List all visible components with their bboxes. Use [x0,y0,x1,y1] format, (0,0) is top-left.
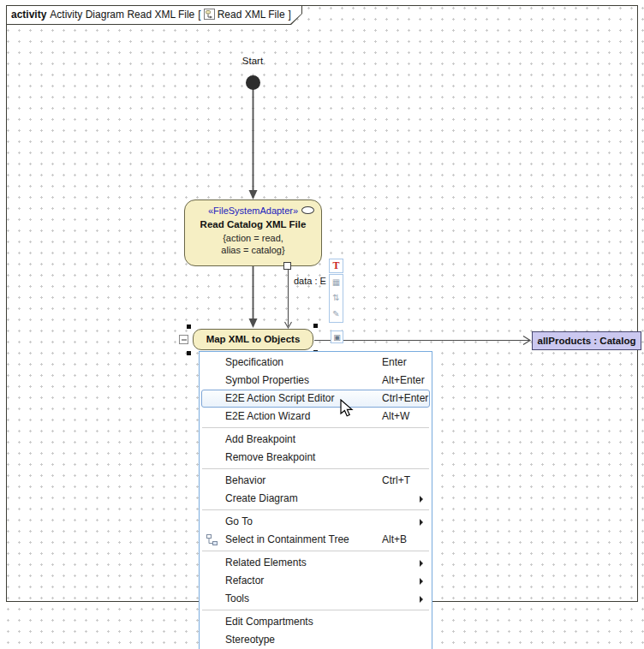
adapter-tag-line2: alias = catalog} [185,244,321,256]
menu-item-label: Specification [225,356,283,368]
adapter-name: Read Catalog XML File [185,217,321,232]
manipulator-edge-icon[interactable]: ▣ [331,330,343,343]
submenu-arrow-icon [420,596,423,603]
pin-label: data : E [294,276,326,286]
frame-bracket-open: [ [198,9,200,21]
menu-item-add-breakpoint[interactable]: Add Breakpoint [200,431,432,449]
object-flow-map-to-allproducts[interactable] [314,336,530,345]
menu-item-shortcut: Ctrl+Enter [382,390,428,408]
menu-item-symbol-properties[interactable]: Symbol Properties Alt+Enter [200,372,432,390]
menu-item-shortcut: Enter [382,354,407,372]
menu-item-label: Tools [225,592,249,604]
menu-item-e2e-action-wizard[interactable]: E2E Action Wizard Alt+W [200,408,432,426]
object-flow-pin[interactable] [285,270,292,328]
submenu-arrow-icon [420,496,423,503]
adapter-oval-icon [301,206,314,214]
adapter-tag-line1: {action = read, [185,232,321,244]
menu-item-shortcut: Ctrl+T [382,472,410,490]
menu-item-specification[interactable]: Specification Enter [200,354,432,372]
manipulator-icon-2[interactable]: ⇅ [332,294,339,302]
menu-item-label: E2E Action Script Editor [225,392,334,404]
menu-item-label: Add Breakpoint [225,433,295,445]
submenu-arrow-icon [420,578,423,585]
menu-item-create-diagram[interactable]: Create Diagram [200,490,432,508]
menu-item-e2e-action-script-editor[interactable]: E2E Action Script Editor Ctrl+Enter [200,390,432,408]
submenu-arrow-icon [420,560,423,567]
menu-item-shortcut: Alt+W [382,408,409,426]
selection-handle-top-left[interactable] [187,324,191,329]
start-node-label: Start [231,56,274,66]
menu-item-edit-compartments[interactable]: Edit Compartments [200,613,432,631]
text-tool-icon[interactable]: T [329,259,343,273]
menu-item-tools[interactable]: Tools [200,590,432,608]
app-canvas[interactable]: { "frame_header": { "keyword": "activity… [0,0,644,649]
output-pin[interactable] [283,262,291,270]
diagram-frame-header[interactable]: activityActivity Diagram Read XML File[R… [6,5,302,25]
activity-diagram-icon [204,8,215,26]
manipulator-icon-1[interactable]: ▦ [332,278,340,287]
menu-item-label: Stereotype [225,634,275,646]
control-flow-start-to-adapter[interactable] [249,89,258,199]
menu-item-label: Select in Containment Tree [225,533,349,545]
menu-item-label: Symbol Properties [225,374,309,386]
menu-item-label: Behavior [225,474,265,486]
control-flow-adapter-to-map[interactable] [249,266,258,328]
frame-header-text: activityActivity Diagram Read XML File[R… [11,6,291,24]
menu-item-label: Remove Breakpoint [225,451,315,463]
manipulator-toolbar[interactable]: ▦ ⇅ ✎ [329,274,343,323]
menu-item-go-to[interactable]: Go To [200,513,432,531]
submenu-arrow-icon [420,519,423,526]
frame-keyword: activity [11,9,46,21]
manipulator-icon-3[interactable]: ✎ [332,310,339,319]
frame-bracket-close: ] [289,9,291,21]
read-catalog-action-node[interactable]: «FileSystemAdapter» Read Catalog XML Fil… [184,199,322,266]
menu-item-select-in-containment-tree[interactable]: Select in Containment Tree Alt+B [200,531,432,549]
menu-item-stereotype[interactable]: Stereotype [200,631,432,649]
selection-handle-bottom-left[interactable] [187,351,191,355]
menu-item-label: Related Elements [225,557,307,569]
pin-manipulator-icon[interactable] [179,335,188,344]
menu-item-label: Create Diagram [225,492,298,504]
menu-item-shortcut: Alt+Enter [382,372,425,390]
selection-handle-top-right[interactable] [313,324,318,328]
allproducts-object-node[interactable]: allProducts : Catalog [532,331,641,350]
menu-item-behavior[interactable]: Behavior Ctrl+T [200,472,432,490]
menu-item-refactor[interactable]: Refactor [200,572,432,590]
adapter-stereotype: «FileSystemAdapter» [185,205,321,217]
map-xml-action-node[interactable]: Map XML to Objects [193,329,313,350]
menu-item-shortcut: Alt+B [382,531,407,549]
containment-tree-icon [206,533,218,552]
menu-item-label: E2E Action Wizard [225,410,310,422]
menu-item-label: Go To [225,515,253,527]
initial-node[interactable] [246,75,260,90]
frame-diagram-name: Read XML File [218,9,285,21]
menu-item-label: Edit Compartments [225,616,313,628]
frame-name: Activity Diagram Read XML File [50,9,194,21]
mouse-cursor-icon [340,399,357,421]
menu-item-related-elements[interactable]: Related Elements [200,554,432,572]
context-menu: Specification Enter Symbol Properties Al… [199,351,432,649]
menu-item-label: Refactor [225,575,264,586]
menu-item-remove-breakpoint[interactable]: Remove Breakpoint [200,449,432,467]
